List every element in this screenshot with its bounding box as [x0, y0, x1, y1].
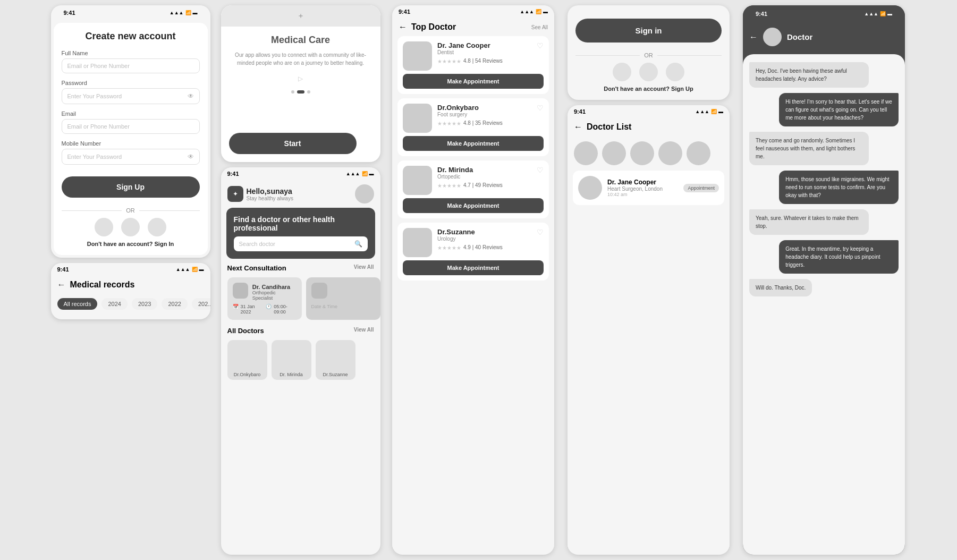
column-2: ＋ Medical Care Our app allows you to con… — [218, 5, 383, 555]
wifi-icon-dl: 📶 — [711, 109, 717, 114]
heart-icon-1[interactable]: ♡ — [537, 41, 544, 50]
status-bar-chat-wrapper: 9:41 ▲▲▲ 📶 ▬ — [743, 5, 905, 22]
doc-card-3[interactable]: Dr.Suzanne — [316, 340, 355, 380]
tab-2022[interactable]: 2022 — [162, 298, 187, 310]
search-icon: 🔍 — [354, 240, 362, 248]
see-all-link[interactable]: See All — [531, 24, 548, 30]
rating-row-4: ★★★★★ 4.9 | 40 Reviews — [437, 243, 531, 251]
status-time-records: 9:41 — [57, 266, 69, 273]
heart-icon-2[interactable]: ♡ — [537, 104, 544, 112]
start-button[interactable]: Start — [229, 133, 357, 154]
search-title: Find a doctor or other health profession… — [234, 215, 368, 232]
social-btn-3[interactable] — [148, 218, 166, 236]
top-doctor-screen: 9:41 ▲▲▲ 📶 ▬ ← Top Doctor See All — [392, 5, 554, 555]
mobile-label: Mobile Number — [62, 140, 200, 147]
stars-2: ★★★★★ — [437, 121, 461, 126]
doctor-avatar-1 — [403, 41, 432, 71]
email-input[interactable]: Email or Phone Number — [62, 58, 200, 73]
signin-button[interactable]: Sign in — [575, 19, 722, 43]
consult-hours: 05:00-09:00 — [274, 304, 296, 315]
mobile-input[interactable]: Enter Your Password 👁 — [62, 149, 200, 165]
doctor-spec-1: Dentist — [437, 49, 531, 55]
email-placeholder: Email or Phone Number — [67, 63, 130, 69]
doctor-info-row-1: Dr. Jane Cooper Dentist ★★★★★ 4.8 | 54 R… — [403, 41, 544, 71]
onboarding-desc: Our app allows you to connect with a com… — [229, 51, 372, 67]
password-input[interactable]: Enter Your Password 👁 — [62, 88, 200, 104]
social-btn-signin-2[interactable] — [639, 63, 658, 81]
records-title: Medical records — [70, 280, 135, 290]
onboarding-title: Medical Care — [271, 35, 330, 46]
heart-icon-3[interactable]: ♡ — [537, 166, 544, 174]
signup-link[interactable]: Sign Up — [671, 86, 693, 92]
records-tabs: All records 2024 2023 2022 202... — [51, 294, 210, 314]
email2-placeholder: Email or Phone Number — [67, 123, 130, 130]
social-btn-signin-1[interactable] — [613, 63, 631, 81]
tab-2024[interactable]: 2024 — [101, 298, 127, 310]
signup-button[interactable]: Sign Up — [62, 176, 200, 198]
back-arrow-chat[interactable]: ← — [749, 32, 758, 42]
consult-card-1[interactable]: Dr. Candihara Orthopedic Specialist 📅 31… — [227, 277, 302, 320]
all-doctors-title: All Doctors — [227, 327, 264, 335]
social-btn-signin-3[interactable] — [666, 63, 684, 81]
status-icons-home: ▲▲▲ 📶 ▬ — [346, 171, 374, 176]
slide-arrow: ▷ — [298, 75, 303, 82]
wifi-icon: 📶 — [185, 10, 191, 15]
appt-btn-2[interactable]: Make Appointment — [403, 136, 544, 151]
social-btn-1[interactable] — [95, 218, 113, 236]
mobile-group: Mobile Number Enter Your Password 👁 — [62, 140, 200, 165]
back-arrow-dl[interactable]: ← — [574, 122, 582, 132]
greeting-text: Hello,sunaya Stay healthy always — [247, 187, 293, 201]
back-arrow-records[interactable]: ← — [57, 280, 66, 290]
heart-icon-4[interactable]: ♡ — [537, 228, 544, 236]
user-avatar-home[interactable] — [355, 184, 374, 203]
view-all-consult[interactable]: View All — [354, 264, 374, 272]
dl-spec-1: Heart Surgeon, London — [607, 186, 678, 192]
msg-1: Hey, Doc. I've been having these awful h… — [749, 62, 869, 88]
msg-3: They come and go randomly. Sometimes I f… — [749, 132, 869, 165]
signal-icon-top: ▲▲▲ — [520, 9, 534, 14]
consult-card-2[interactable]: Date & Time — [306, 277, 380, 320]
filter-avatar-5[interactable] — [687, 141, 710, 165]
doctor-avatar-4 — [403, 228, 432, 257]
back-arrow-top[interactable]: ← — [399, 22, 407, 32]
msg-2: Hi there! I'm sorry to hear that. Let's … — [779, 93, 899, 126]
status-icons-dl: ▲▲▲ 📶 ▬ — [695, 109, 723, 114]
dots-indicator — [291, 90, 310, 94]
or-text: OR — [126, 207, 135, 214]
tab-all-records[interactable]: All records — [57, 298, 98, 310]
search-section: Find a doctor or other health profession… — [226, 208, 375, 259]
or-line-right — [139, 210, 200, 211]
battery-icon-records: ▬ — [199, 267, 204, 272]
chat-avatar — [763, 28, 782, 46]
dot-1 — [291, 90, 294, 94]
filter-avatar-1[interactable] — [574, 141, 598, 165]
filter-avatar-3[interactable] — [630, 141, 654, 165]
rating-4: 4.9 | 40 Reviews — [463, 244, 503, 250]
chat-header: ← Doctor — [743, 22, 905, 54]
appt-btn-3[interactable]: Make Appointment — [403, 198, 544, 213]
email2-input[interactable]: Email or Phone Number — [62, 119, 200, 134]
appt-btn-1[interactable]: Make Appointment — [403, 74, 544, 89]
doc-card-1[interactable]: Dr.Onkybaro — [227, 340, 267, 380]
search-box[interactable]: Search doctor 🔍 — [234, 236, 368, 251]
status-icons-records: ▲▲▲ 📶 ▬ — [176, 267, 204, 272]
filter-avatar-4[interactable] — [658, 141, 682, 165]
or-divider: OR — [62, 207, 200, 214]
battery-icon-home: ▬ — [369, 171, 374, 176]
msg-4: Hmm, those sound like migraines. We migh… — [779, 171, 899, 204]
top-doctor-header: ← Top Doctor See All — [392, 18, 554, 36]
search-placeholder: Search doctor — [239, 241, 275, 247]
rating-row-2: ★★★★★ 4.8 | 35 Reviews — [437, 119, 531, 126]
signal-icon-dl: ▲▲▲ — [695, 109, 709, 114]
tab-2023[interactable]: 2023 — [132, 298, 157, 310]
social-btn-2[interactable] — [121, 218, 140, 236]
appt-badge-1[interactable]: Appointment — [683, 184, 719, 192]
doctor-name-4: Dr.Suzanne — [437, 228, 531, 236]
filter-avatar-2[interactable] — [602, 141, 626, 165]
tab-older[interactable]: 202... — [192, 298, 210, 310]
view-all-doctors[interactable]: View All — [354, 327, 374, 335]
appt-btn-4[interactable]: Make Appointment — [403, 260, 544, 275]
signin-link[interactable]: Sign In — [155, 241, 174, 247]
doc-card-2[interactable]: Dr. Mirinda — [272, 340, 311, 380]
rating-row-1: ★★★★★ 4.8 | 54 Reviews — [437, 57, 531, 64]
